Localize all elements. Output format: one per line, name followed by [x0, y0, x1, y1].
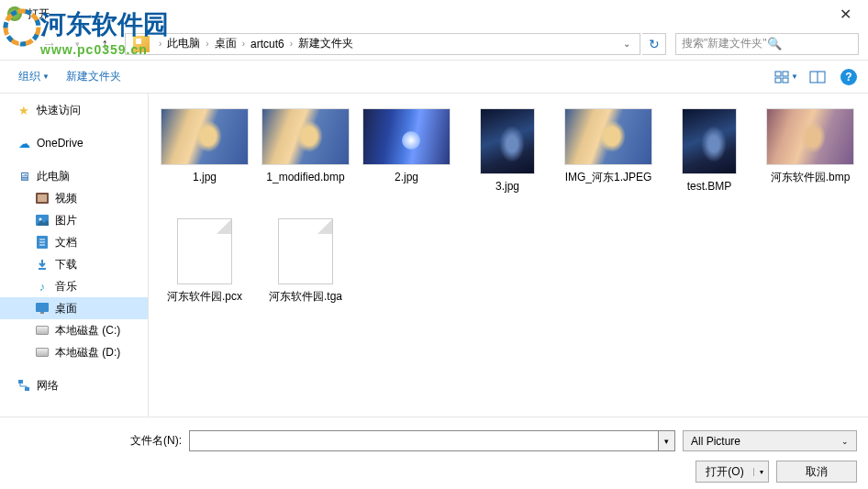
sidebar-item-network[interactable]: 网络: [0, 374, 148, 396]
search-input[interactable]: 搜索"新建文件夹" 🔍: [675, 33, 859, 55]
file-item[interactable]: IMG_河东1.JPEG: [558, 103, 659, 213]
svg-rect-18: [40, 312, 44, 314]
search-placeholder: 搜索"新建文件夹": [682, 36, 767, 51]
file-thumbnail: [564, 108, 652, 165]
sidebar-item-desktop[interactable]: 桌面: [0, 297, 148, 319]
filename-dropdown[interactable]: ▾: [659, 430, 675, 451]
forward-button[interactable]: →: [37, 33, 62, 55]
file-item[interactable]: 1.jpg: [154, 103, 255, 213]
search-icon[interactable]: 🔍: [767, 37, 852, 50]
sidebar-item-quick-access[interactable]: ★快速访问: [0, 99, 148, 121]
cloud-icon: ☁: [17, 136, 31, 150]
chevron-down-icon: ▼: [42, 72, 50, 81]
crumb-pc[interactable]: 此电脑: [167, 36, 200, 51]
file-name: 河东软件园.pcx: [165, 290, 244, 305]
file-name: 河东软件园.bmp: [769, 171, 852, 185]
sidebar-item-videos[interactable]: 视频: [0, 187, 148, 209]
folder-icon: [133, 36, 150, 52]
open-dropdown[interactable]: ▾: [753, 468, 768, 476]
sidebar-item-drive-c[interactable]: 本地磁盘 (C:): [0, 319, 148, 341]
file-item[interactable]: 3.jpg: [457, 103, 558, 213]
desktop-icon: [35, 301, 50, 316]
sidebar-item-music[interactable]: ♪音乐: [0, 275, 148, 297]
nav-bar: ← → ▾ ↑ › 此电脑 › 桌面 › artcut6 › 新建文件夹 ⌄ ↻…: [0, 28, 868, 61]
crumb-artcut6[interactable]: artcut6: [250, 38, 284, 50]
sidebar-item-onedrive[interactable]: ☁OneDrive: [0, 132, 148, 154]
window-title: 打开: [28, 6, 825, 22]
file-thumbnail: [362, 108, 451, 165]
up-button[interactable]: ↑: [92, 33, 117, 55]
chevron-right-icon: ›: [206, 39, 208, 49]
file-name: 2.jpg: [393, 171, 420, 185]
file-name: IMG_河东1.JPEG: [563, 171, 654, 185]
file-thumbnail: [262, 108, 350, 165]
crumb-desktop[interactable]: 桌面: [215, 36, 237, 51]
sidebar: ★快速访问 ☁OneDrive 🖥此电脑 视频 图片 文档 下载 ♪音乐 桌面 …: [0, 94, 149, 417]
filename-input[interactable]: [189, 430, 659, 451]
titlebar: 打开 ✕: [0, 0, 868, 28]
app-icon: [7, 6, 22, 21]
file-thumbnail: [177, 218, 232, 284]
open-button[interactable]: 打开(O) ▾: [696, 461, 769, 483]
file-thumbnail: [278, 218, 333, 284]
file-thumbnail: [682, 108, 737, 174]
new-folder-button[interactable]: 新建文件夹: [59, 65, 128, 88]
refresh-button[interactable]: ↻: [642, 33, 666, 55]
file-list: 1.jpg1_modified.bmp2.jpg3.jpgIMG_河东1.JPE…: [149, 94, 868, 417]
file-type-filter[interactable]: All Picture ⌄: [683, 430, 857, 451]
svg-rect-5: [783, 78, 788, 83]
file-name: test.BMP: [685, 180, 734, 194]
breadcrumb[interactable]: › 此电脑 › 桌面 › artcut6 › 新建文件夹 ⌄: [125, 33, 640, 55]
pc-icon: 🖥: [17, 169, 31, 183]
file-name: 1_modified.bmp: [264, 171, 346, 185]
chevron-right-icon: ›: [242, 39, 245, 49]
svg-rect-2: [775, 72, 781, 76]
file-item[interactable]: 河东软件园.pcx: [154, 213, 255, 323]
chevron-right-icon: ›: [290, 39, 293, 49]
file-name: 1.jpg: [191, 171, 218, 185]
view-options-button[interactable]: ▼: [774, 67, 798, 87]
svg-rect-3: [783, 72, 788, 76]
file-item[interactable]: 2.jpg: [356, 103, 457, 213]
drive-icon: [35, 345, 50, 360]
file-item[interactable]: 1_modified.bmp: [255, 103, 356, 213]
chevron-down-icon: ⌄: [841, 437, 849, 446]
svg-rect-19: [18, 380, 23, 383]
sidebar-item-downloads[interactable]: 下载: [0, 253, 148, 275]
file-item[interactable]: 河东软件园.bmp: [760, 103, 861, 213]
file-item[interactable]: test.BMP: [659, 103, 760, 213]
filename-label: 文件名(N):: [130, 433, 182, 449]
sidebar-item-documents[interactable]: 文档: [0, 231, 148, 253]
toolbar: 组织 ▼ 新建文件夹 ▼ ?: [0, 61, 868, 94]
preview-pane-button[interactable]: [806, 67, 829, 87]
breadcrumb-dropdown[interactable]: ⌄: [618, 39, 636, 49]
music-icon: ♪: [35, 279, 50, 294]
video-icon: [35, 191, 50, 206]
star-icon: ★: [17, 103, 31, 117]
help-button[interactable]: ?: [840, 69, 857, 85]
sidebar-item-pictures[interactable]: 图片: [0, 209, 148, 231]
file-thumbnail: [161, 108, 249, 165]
network-icon: [17, 378, 31, 393]
file-item[interactable]: 河东软件园.tga: [255, 213, 356, 323]
drive-icon: [35, 323, 50, 338]
crumb-newfolder[interactable]: 新建文件夹: [298, 36, 353, 51]
sidebar-item-drive-d[interactable]: 本地磁盘 (D:): [0, 341, 148, 363]
svg-rect-17: [36, 303, 49, 312]
file-name: 3.jpg: [494, 180, 521, 194]
recent-dropdown[interactable]: ▾: [64, 33, 90, 55]
back-button[interactable]: ←: [9, 33, 35, 55]
pictures-icon: [35, 213, 50, 228]
organize-button[interactable]: 组织 ▼: [11, 65, 57, 88]
file-thumbnail: [766, 108, 854, 165]
close-button[interactable]: ✕: [825, 1, 866, 27]
svg-rect-9: [38, 194, 47, 202]
download-icon: [35, 257, 50, 272]
svg-rect-4: [775, 78, 781, 83]
sidebar-item-this-pc[interactable]: 🖥此电脑: [0, 165, 148, 187]
document-icon: [35, 235, 50, 250]
cancel-button[interactable]: 取消: [776, 461, 857, 483]
file-thumbnail: [480, 108, 535, 174]
chevron-right-icon: ›: [159, 39, 161, 49]
bottom-panel: 文件名(N): ▾ All Picture ⌄ 打开(O) ▾ 取消: [0, 417, 868, 489]
